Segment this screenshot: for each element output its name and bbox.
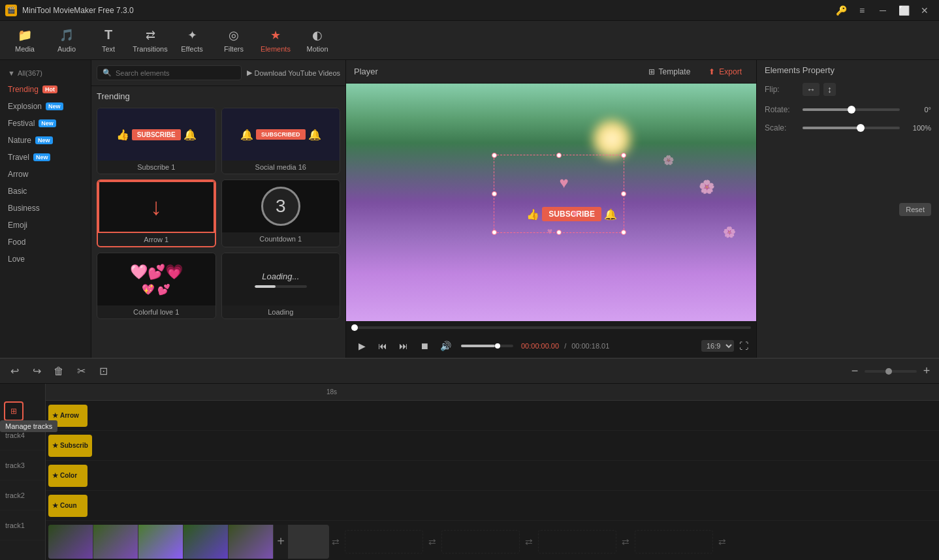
zoom-minus-button[interactable]: −: [848, 364, 862, 379]
sidebar-item-emoji[interactable]: Emoji: [0, 217, 91, 234]
empty-slot-2[interactable]: [441, 530, 520, 553]
element-thumb-social16: 🔔 SUBSCRIBED 🔔: [222, 108, 340, 161]
toolbar-item-transitions[interactable]: ⇄ Transitions: [131, 23, 170, 57]
manage-tracks-icon[interactable]: ⊞: [4, 401, 24, 421]
zoom-track[interactable]: [865, 370, 917, 373]
redo-button[interactable]: ↪: [27, 362, 46, 381]
progress-thumb[interactable]: [351, 324, 358, 331]
element-label-subscribe1: Subscribe 1: [97, 161, 215, 174]
delete-button[interactable]: 🗑: [50, 362, 68, 381]
tracks-area[interactable]: 18s ★ Arrow ★ Subscrib: [46, 384, 939, 560]
element-card-subscribe1[interactable]: 👍 SUBSCRIBE 🔔 Subscribe 1: [97, 108, 216, 174]
element-card-countdown1[interactable]: 3 Countdown 1: [221, 179, 341, 247]
element-label-colorlove1: Colorful love 1: [97, 305, 215, 319]
fullscreen-button[interactable]: ⛶: [739, 341, 748, 351]
track-clip-countdown[interactable]: ★ Coun: [48, 495, 88, 517]
loading-text: Loading...: [262, 272, 299, 281]
elements-label: Elements: [261, 45, 291, 53]
element-card-colorlove1[interactable]: 🩷💕💗 💖 💕 Colorful love 1: [97, 253, 216, 319]
sidebar-item-arrow[interactable]: Arrow: [0, 166, 91, 183]
scissors-button[interactable]: ✂: [72, 362, 90, 381]
search-input[interactable]: [116, 69, 236, 77]
toolbar-item-effects[interactable]: ✦ Effects: [172, 23, 212, 57]
sidebar-item-business[interactable]: Business: [0, 200, 91, 217]
emoji-label: Emoji: [8, 221, 27, 230]
player-progress[interactable]: [346, 321, 756, 334]
sidebar-item-basic[interactable]: Basic: [0, 183, 91, 200]
flip-v-button[interactable]: ↕: [823, 83, 836, 96]
skip-forward-button[interactable]: ⏭: [396, 338, 411, 354]
scale-thumb[interactable]: [857, 124, 865, 132]
download-youtube-btn[interactable]: ▶ Download YouTube Videos: [247, 69, 341, 77]
sidebar-item-nature[interactable]: Nature New: [0, 132, 91, 149]
skip-back-button[interactable]: ⏮: [375, 338, 390, 354]
sidebar-header[interactable]: ▼ All(367): [0, 65, 91, 81]
element-thumb-subscribe1: 👍 SUBSCRIBE 🔔: [97, 108, 215, 161]
sidebar-item-travel[interactable]: Travel New: [0, 149, 91, 166]
sidebar-item-festival[interactable]: Festival New: [0, 115, 91, 132]
toolbar-item-media[interactable]: 📁 Media: [5, 23, 44, 57]
volume-button[interactable]: 🔊: [438, 338, 453, 354]
element-label-arrow1: Arrow 1: [98, 233, 215, 246]
win-restore[interactable]: ⬜: [895, 3, 913, 18]
toolbar-item-audio[interactable]: 🎵 Audio: [47, 23, 86, 57]
volume-track[interactable]: [461, 345, 513, 347]
scale-slider[interactable]: [803, 127, 900, 129]
empty-slot-4[interactable]: [635, 530, 713, 553]
stop-button[interactable]: ⏹: [417, 338, 432, 354]
sidebar-item-food[interactable]: Food: [0, 234, 91, 251]
ratio-select[interactable]: 16:9 9:16 1:1 4:3: [701, 340, 734, 352]
rotate-thumb[interactable]: [848, 106, 855, 114]
clip-star-icon-3: ★: [52, 442, 58, 449]
toolbar-item-filters[interactable]: ◎ Filters: [214, 23, 253, 57]
play-button[interactable]: ▶: [354, 338, 370, 354]
video-frames[interactable]: +: [48, 525, 329, 559]
volume-thumb: [495, 343, 500, 349]
toolbar-item-elements[interactable]: ★ Elements: [256, 23, 295, 57]
win-minimize[interactable]: 🔑: [832, 3, 850, 18]
win-minimize-btn[interactable]: ─: [874, 3, 892, 18]
business-label: Business: [8, 204, 40, 213]
tracks-container: ★ Arrow ★ Subscrib ★ Color: [46, 401, 939, 560]
player-video: 🌸 🌸 🌸 👍 SUBSCRIBE 🔔 ♥ ♥ ♥: [346, 84, 756, 321]
export-button[interactable]: ⬆ Export: [702, 65, 748, 79]
element-card-social16[interactable]: 🔔 SUBSCRIBED 🔔 Social media 16: [221, 108, 341, 174]
track-clip-color[interactable]: ★ Color: [48, 465, 88, 487]
media-label: Media: [15, 45, 35, 53]
video-frame-2: [93, 525, 138, 559]
rotate-slider[interactable]: [803, 108, 900, 111]
flip-buttons: ↔ ↕: [803, 83, 836, 96]
zoom-plus-button[interactable]: +: [919, 364, 934, 379]
element-card-arrow1[interactable]: ↓ Arrow 1: [97, 179, 216, 247]
win-close[interactable]: ✕: [915, 3, 934, 18]
empty-slot-1[interactable]: [345, 530, 423, 553]
video-frame-add[interactable]: +: [274, 525, 288, 559]
sidebar-item-love[interactable]: Love: [0, 251, 91, 268]
sidebar-item-trending[interactable]: Trending Hot: [0, 81, 91, 98]
sidebar-item-explosion[interactable]: Explosion New: [0, 98, 91, 115]
zoom-thumb[interactable]: [885, 368, 892, 375]
search-box[interactable]: 🔍: [97, 65, 242, 80]
transitions-icon: ⇄: [146, 28, 155, 42]
track-row-3: ★ Subscrib: [46, 431, 939, 461]
template-button[interactable]: ⊞ Template: [642, 65, 697, 79]
empty-slot-3[interactable]: [538, 530, 616, 553]
toolbar-item-motion[interactable]: ◐ Motion: [298, 23, 337, 57]
transfer-1: ⇄: [332, 537, 340, 547]
flip-h-button[interactable]: ↔: [803, 83, 820, 96]
time-marker-18s: 18s: [326, 388, 337, 396]
element-label-countdown1: Countdown 1: [222, 232, 340, 245]
win-settings[interactable]: ≡: [853, 3, 871, 18]
track-clip-subscribe[interactable]: ★ Subscrib: [48, 435, 92, 457]
reset-button[interactable]: Reset: [899, 203, 931, 216]
time-total: 00:00:18.01: [571, 342, 609, 350]
element-card-loading[interactable]: Loading... Loading: [221, 253, 341, 319]
app-icon: 🎬: [5, 5, 17, 16]
flip-label: Flip:: [765, 85, 797, 94]
toolbar-item-text[interactable]: T Text: [89, 23, 128, 57]
zoom-controls: − +: [848, 364, 934, 379]
progress-track[interactable]: [351, 326, 751, 329]
undo-button[interactable]: ↩: [5, 362, 24, 381]
crop-button[interactable]: ⊡: [94, 362, 112, 381]
scale-row: Scale: 100%: [765, 123, 931, 132]
